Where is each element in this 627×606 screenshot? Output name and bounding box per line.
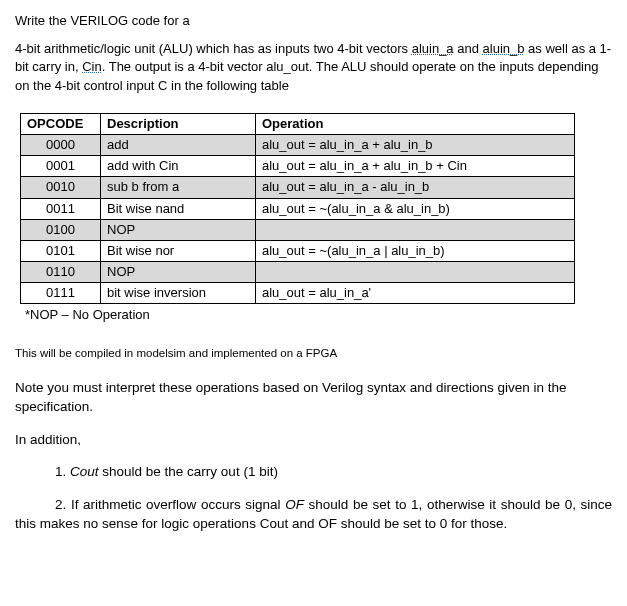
list-item: 2. If arithmetic overflow occurs signal … (15, 496, 612, 534)
cell-op: alu_out = ~(alu_in_a | alu_in_b) (256, 240, 575, 261)
nop-footnote: *NOP – No Operation (25, 306, 612, 324)
table-row: 0110 NOP (21, 262, 575, 283)
table-row: 0001 add with Cin alu_out = alu_in_a + a… (21, 156, 575, 177)
cell-desc: sub b from a (101, 177, 256, 198)
intro-link-aluin-b: aluin_b (483, 41, 525, 56)
list-text: should be the carry out (1 bit) (99, 464, 278, 479)
intro-text-1: 4-bit arithmetic/logic unit (ALU) which … (15, 41, 412, 56)
page-heading: Write the VERILOG code for a (15, 12, 612, 30)
cell-op: alu_out = alu_in_a + alu_in_b + Cin (256, 156, 575, 177)
cell-opcode: 0001 (21, 156, 101, 177)
cell-op: alu_out = alu_in_a - alu_in_b (256, 177, 575, 198)
list-text-1: If arithmetic overflow occurs signal (71, 497, 285, 512)
cell-desc: Bit wise nor (101, 240, 256, 261)
cell-desc: bit wise inversion (101, 283, 256, 304)
list-num: 2. (15, 497, 71, 512)
cell-opcode: 0011 (21, 198, 101, 219)
cell-desc: NOP (101, 262, 256, 283)
cell-opcode: 0100 (21, 219, 101, 240)
alu-opcode-table: OPCODE Description Operation 0000 add al… (20, 113, 575, 305)
cell-op: alu_out = alu_in_a + alu_in_b (256, 134, 575, 155)
cell-desc: Bit wise nand (101, 198, 256, 219)
list-item: 1. Cout should be the carry out (1 bit) (55, 463, 612, 482)
cell-opcode: 0110 (21, 262, 101, 283)
interpretation-note: Note you must interpret these operations… (15, 379, 612, 417)
table-header-row: OPCODE Description Operation (21, 113, 575, 134)
header-description: Description (101, 113, 256, 134)
cell-desc: NOP (101, 219, 256, 240)
intro-link-cin: Cin (82, 59, 102, 74)
intro-text-2: and (454, 41, 483, 56)
header-opcode: OPCODE (21, 113, 101, 134)
list-italic-of: OF (285, 497, 304, 512)
cell-op: alu_out = alu_in_a' (256, 283, 575, 304)
in-addition-label: In addition, (15, 431, 612, 450)
cell-opcode: 0010 (21, 177, 101, 198)
cell-opcode: 0111 (21, 283, 101, 304)
table-row: 0010 sub b from a alu_out = alu_in_a - a… (21, 177, 575, 198)
cell-desc: add with Cin (101, 156, 256, 177)
table-row: 0101 Bit wise nor alu_out = ~(alu_in_a |… (21, 240, 575, 261)
table-row: 0000 add alu_out = alu_in_a + alu_in_b (21, 134, 575, 155)
cell-desc: add (101, 134, 256, 155)
table-row: 0111 bit wise inversion alu_out = alu_in… (21, 283, 575, 304)
cell-opcode: 0101 (21, 240, 101, 261)
intro-paragraph: 4-bit arithmetic/logic unit (ALU) which … (15, 40, 612, 95)
table-row: 0011 Bit wise nand alu_out = ~(alu_in_a … (21, 198, 575, 219)
intro-link-aluin-a: aluin_a (412, 41, 454, 56)
cell-op (256, 262, 575, 283)
cell-opcode: 0000 (21, 134, 101, 155)
header-operation: Operation (256, 113, 575, 134)
cell-op: alu_out = ~(alu_in_a & alu_in_b) (256, 198, 575, 219)
requirements-list: 1. Cout should be the carry out (1 bit) (15, 463, 612, 482)
compile-note: This will be compiled in modelsim and im… (15, 345, 612, 361)
list-num: 1. (55, 464, 70, 479)
cell-op (256, 219, 575, 240)
intro-text-4: . The output is a 4-bit vector alu_out. … (15, 59, 598, 92)
table-row: 0100 NOP (21, 219, 575, 240)
list-italic-cout: Cout (70, 464, 99, 479)
